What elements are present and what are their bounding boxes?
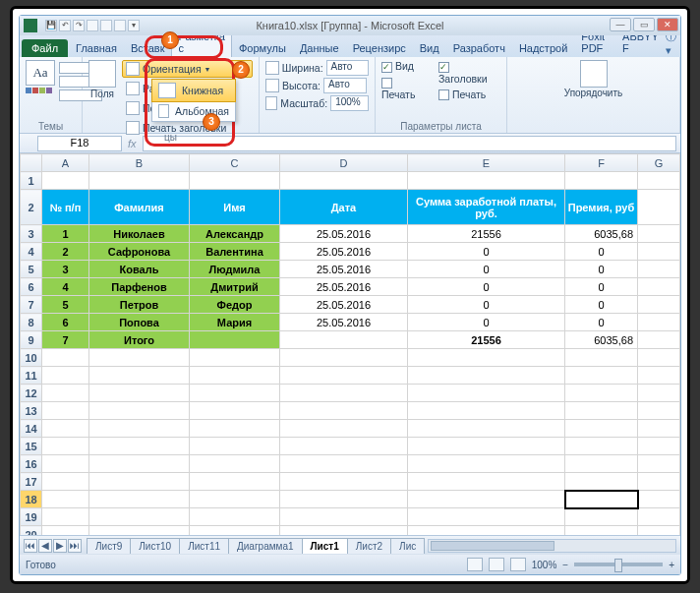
tab-data[interactable]: Данные	[293, 38, 346, 57]
scroll-thumb[interactable]	[431, 541, 554, 551]
sheet-tab[interactable]: Лист9	[87, 538, 131, 554]
table-header[interactable]: Дата	[280, 190, 408, 225]
table-header[interactable]: Сумма заработной платы, руб.	[408, 190, 565, 225]
tab-review[interactable]: Рецензирс	[346, 38, 413, 57]
row-header[interactable]: 8	[21, 314, 42, 331]
file-tab[interactable]: Файл	[22, 39, 68, 57]
gridlines-print-checkbox[interactable]	[381, 78, 392, 89]
table-header[interactable]: Премия, руб	[565, 190, 638, 225]
excel-app-icon	[24, 19, 37, 32]
tab-nav-first-icon[interactable]: ⏮	[24, 539, 37, 553]
margins-icon[interactable]	[88, 60, 116, 88]
tab-nav-last-icon[interactable]: ⏭	[68, 539, 82, 553]
qat-undo-icon[interactable]: ↶	[59, 20, 71, 31]
group-label: Темы	[26, 121, 76, 132]
col-header[interactable]: G	[638, 154, 680, 172]
row-header[interactable]: 14	[21, 420, 42, 438]
row-header[interactable]: 5	[21, 261, 42, 278]
row-header[interactable]: 16	[21, 455, 42, 473]
row-header[interactable]: 2	[21, 190, 42, 225]
scale-icon	[265, 96, 277, 110]
qat-redo-icon[interactable]: ↷	[73, 20, 85, 31]
row-header[interactable]: 4	[21, 243, 42, 261]
sheet-tab[interactable]: Лист11	[179, 538, 229, 554]
tab-nav-next-icon[interactable]: ▶	[53, 539, 67, 553]
table-header[interactable]: № п/п	[42, 190, 89, 225]
close-button[interactable]: ✕	[657, 18, 678, 31]
arrange-button[interactable]: Упорядочить	[564, 88, 623, 98]
table-header[interactable]: Фамилия	[89, 190, 190, 225]
col-header[interactable]: F	[565, 154, 638, 172]
horizontal-scrollbar[interactable]	[428, 539, 676, 553]
sheet-tab[interactable]: Диаграмма1	[228, 538, 303, 554]
col-header[interactable]: B	[89, 154, 190, 172]
tab-home[interactable]: Главная	[69, 38, 124, 57]
sheet-tab[interactable]: Лист2	[347, 538, 391, 554]
active-cell[interactable]	[565, 491, 638, 508]
arrange-icon[interactable]	[580, 60, 608, 88]
tab-view[interactable]: Вид	[413, 38, 446, 57]
maximize-button[interactable]: ▭	[633, 18, 655, 31]
qat-btn[interactable]	[100, 20, 112, 31]
worksheet-area[interactable]: KAK-SDELAT.ORG A B C D E F G 1 2 № п/п Ф…	[20, 153, 680, 535]
row-header[interactable]: 6	[21, 278, 42, 296]
row-header[interactable]: 13	[21, 402, 42, 420]
spreadsheet-grid[interactable]: A B C D E F G 1 2 № п/п Фамилия Имя Дата…	[20, 153, 680, 535]
tab-addins[interactable]: Надстрой	[512, 38, 574, 57]
select-all-cell[interactable]	[21, 154, 42, 172]
headings-view-checkbox[interactable]	[438, 62, 449, 73]
col-header[interactable]: D	[280, 154, 408, 172]
qat-btn[interactable]	[114, 20, 126, 31]
row-header[interactable]: 11	[21, 367, 42, 385]
group-scale: Ширина:Авто Высота:Авто Масштаб:100%	[260, 57, 376, 133]
group-label: цы	[88, 132, 253, 143]
qat-save-icon[interactable]: 💾	[45, 20, 57, 31]
group-label: Параметры листа	[381, 121, 500, 132]
tab-nav-prev-icon[interactable]: ◀	[38, 539, 52, 553]
table-header[interactable]: Имя	[190, 190, 280, 225]
themes-button[interactable]: Aa	[26, 60, 55, 86]
minimize-button[interactable]: —	[610, 18, 631, 31]
row-header[interactable]: 7	[21, 296, 42, 314]
width-input[interactable]: Авто	[326, 60, 369, 76]
tab-developer[interactable]: Разработч	[446, 38, 512, 57]
zoom-in-icon[interactable]: +	[669, 560, 674, 570]
orientation-icon	[126, 62, 140, 76]
row-header[interactable]: 10	[21, 349, 42, 367]
row-header[interactable]: 20	[21, 526, 42, 536]
portrait-page-icon	[158, 83, 176, 98]
tab-formulas[interactable]: Формулы	[232, 38, 293, 57]
view-layout-icon[interactable]	[489, 558, 504, 571]
row-header[interactable]: 17	[21, 473, 42, 491]
orientation-dropdown: Книжная Альбомная	[151, 79, 236, 122]
row-header[interactable]: 15	[21, 438, 42, 455]
col-header[interactable]: E	[408, 154, 565, 172]
row-header[interactable]: 1	[21, 172, 42, 190]
row-header[interactable]: 3	[21, 225, 42, 243]
row-header[interactable]: 12	[21, 385, 42, 402]
col-header[interactable]: A	[42, 154, 89, 172]
row-header[interactable]: 18	[21, 491, 42, 508]
zoom-level[interactable]: 100%	[532, 560, 557, 570]
sheet-tab[interactable]: Лист10	[130, 538, 180, 554]
zoom-slider[interactable]	[574, 563, 663, 566]
row-header[interactable]: 19	[21, 508, 42, 526]
row-header[interactable]: 9	[21, 331, 42, 349]
sheet-tab-active[interactable]: Лист1	[302, 538, 348, 554]
view-break-icon[interactable]	[510, 558, 526, 571]
orientation-portrait-item[interactable]: Книжная	[151, 79, 236, 102]
height-input[interactable]: Авто	[323, 78, 367, 93]
zoom-out-icon[interactable]: −	[562, 560, 568, 570]
view-normal-icon[interactable]	[467, 558, 483, 571]
orientation-landscape-item[interactable]: Альбомная	[152, 101, 235, 121]
qat-btn[interactable]	[87, 20, 98, 31]
gridlines-view-checkbox[interactable]	[381, 62, 392, 73]
headings-print-checkbox[interactable]	[438, 89, 449, 100]
sheet-tab[interactable]: Лис	[390, 538, 425, 554]
col-header[interactable]: C	[190, 154, 280, 172]
qat-customize-icon[interactable]: ▾	[128, 20, 140, 31]
group-themes: Aa Темы	[20, 57, 83, 133]
scale-input[interactable]: 100%	[330, 95, 369, 111]
margins-button[interactable]: Поля	[90, 89, 114, 99]
status-ready: Готово	[26, 560, 56, 570]
